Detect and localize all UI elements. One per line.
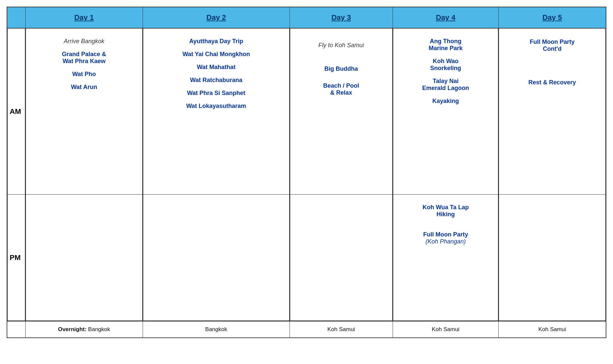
- day4-activity-2: Koh WaoSnorkeling: [396, 58, 495, 72]
- day3-pm: [290, 195, 392, 321]
- day3-am: Fly to Koh Samui Big Buddha Beach / Pool…: [290, 29, 392, 195]
- day3-activity-1: Fly to Koh Samui: [293, 42, 390, 49]
- day2-cell: Ayutthaya Day Trip Wat Yai Chai Mongkhon…: [143, 28, 290, 321]
- schedule-table: Day 1 Day 2 Day 3 Day 4 Day 5: [7, 7, 606, 338]
- time-column: AM PM: [7, 28, 25, 321]
- day4-am-pm: Ang ThongMarine Park Koh WaoSnorkeling T…: [393, 28, 498, 321]
- day1-activity-3: Wat Pho: [29, 71, 140, 78]
- day2-activity-2: Wat Yai Chai Mongkhon: [146, 51, 286, 58]
- day5-activity-2: Rest & Recovery: [502, 79, 603, 86]
- day2-activity-6: Wat Lokayasutharam: [146, 103, 286, 110]
- day2-activity-3: Wat Mahathat: [146, 64, 286, 71]
- day4-activity-3: Talay NaiEmerald Lagoon: [396, 78, 495, 92]
- day4-am: Ang ThongMarine Park Koh WaoSnorkeling T…: [393, 29, 498, 195]
- day4-cell: Ang ThongMarine Park Koh WaoSnorkeling T…: [393, 28, 498, 321]
- day4-pm-activity-1: Koh Wua Ta LapHiking: [396, 204, 495, 218]
- day5-am-pm: Full Moon PartyCont'd Rest & Recovery: [499, 28, 606, 321]
- day2-activity-1: Ayutthaya Day Trip: [146, 38, 286, 45]
- day4-pm-activity-2: Full Moon Party(Koh Phangan): [396, 231, 495, 245]
- day1-activity-4: Wat Arun: [29, 84, 140, 91]
- overnight-day2: Bangkok: [143, 321, 290, 338]
- header-day4: Day 4: [393, 7, 498, 28]
- header-day3: Day 3: [290, 7, 393, 28]
- day1-am: Arrive Bangkok Grand Palace &Wat Phra Ka…: [26, 29, 143, 195]
- day5-activity-1: Full Moon PartyCont'd: [502, 39, 603, 52]
- day2-am: Ayutthaya Day Trip Wat Yai Chai Mongkhon…: [143, 29, 289, 195]
- schedule-container: Day 1 Day 2 Day 3 Day 4 Day 5: [0, 0, 613, 364]
- day5-am: Full Moon PartyCont'd Rest & Recovery: [499, 29, 606, 195]
- header-day5: Day 5: [499, 7, 606, 28]
- overnight-day3: Koh Samui: [290, 321, 393, 338]
- day4-activity-4: Kayaking: [396, 98, 495, 105]
- day5-cell: Full Moon PartyCont'd Rest & Recovery: [499, 28, 606, 321]
- day2-activity-4: Wat Ratchaburana: [146, 77, 286, 84]
- overnight-time-col: [7, 321, 25, 338]
- day3-cell: Fly to Koh Samui Big Buddha Beach / Pool…: [290, 28, 393, 321]
- day1-am-pm: Arrive Bangkok Grand Palace &Wat Phra Ka…: [26, 28, 143, 321]
- pm-label: PM: [8, 195, 25, 321]
- day3-activity-3: Beach / Pool& Relax: [293, 82, 390, 96]
- day5-pm: [499, 195, 606, 321]
- overnight-day4: Koh Samui: [393, 321, 498, 338]
- header-time-col: [7, 7, 25, 28]
- header-day2: Day 2: [143, 7, 290, 28]
- overnight-row: Overnight: Bangkok Bangkok Koh Samui Koh…: [7, 321, 606, 338]
- day1-activity-2: Grand Palace &Wat Phra Kaew: [29, 51, 140, 65]
- overnight-day1: Overnight: Bangkok: [25, 321, 143, 338]
- header-day1: Day 1: [25, 7, 143, 28]
- day4-activity-1: Ang ThongMarine Park: [396, 38, 495, 52]
- day1-pm: [26, 195, 143, 321]
- main-content-row: AM PM: [7, 28, 606, 321]
- day3-activity-2: Big Buddha: [293, 65, 390, 72]
- day2-pm: [143, 195, 289, 321]
- day1-activity-1: Arrive Bangkok: [29, 38, 140, 45]
- overnight-day5: Koh Samui: [499, 321, 606, 338]
- day1-cell: Arrive Bangkok Grand Palace &Wat Phra Ka…: [25, 28, 143, 321]
- header-row: Day 1 Day 2 Day 3 Day 4 Day 5: [7, 7, 606, 28]
- day4-pm: Koh Wua Ta LapHiking Full Moon Party(Koh…: [393, 195, 498, 321]
- day2-activity-5: Wat Phra Si Sanphet: [146, 90, 286, 97]
- time-am-pm-table: AM PM: [7, 28, 25, 321]
- day3-am-pm: Fly to Koh Samui Big Buddha Beach / Pool…: [290, 28, 393, 321]
- day2-am-pm: Ayutthaya Day Trip Wat Yai Chai Mongkhon…: [143, 28, 289, 321]
- am-label: AM: [8, 29, 25, 195]
